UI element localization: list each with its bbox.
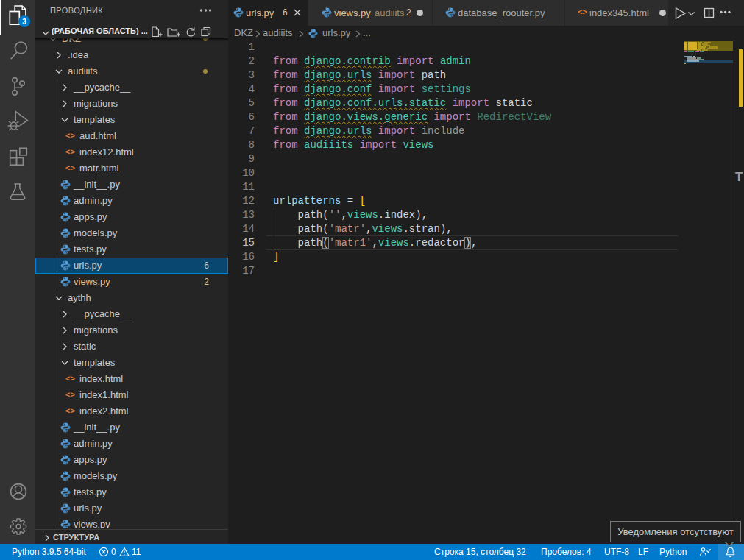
svg-text:3: 3 — [22, 18, 26, 26]
